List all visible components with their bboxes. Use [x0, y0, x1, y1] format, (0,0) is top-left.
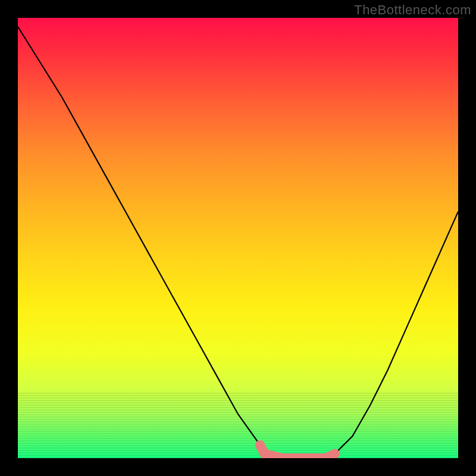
watermark-text: TheBottleneck.com — [354, 2, 471, 18]
chart-svg-layer — [18, 18, 458, 458]
chart-plot-area — [18, 18, 458, 458]
marker-band — [260, 445, 335, 458]
bottleneck-curve — [18, 27, 458, 458]
